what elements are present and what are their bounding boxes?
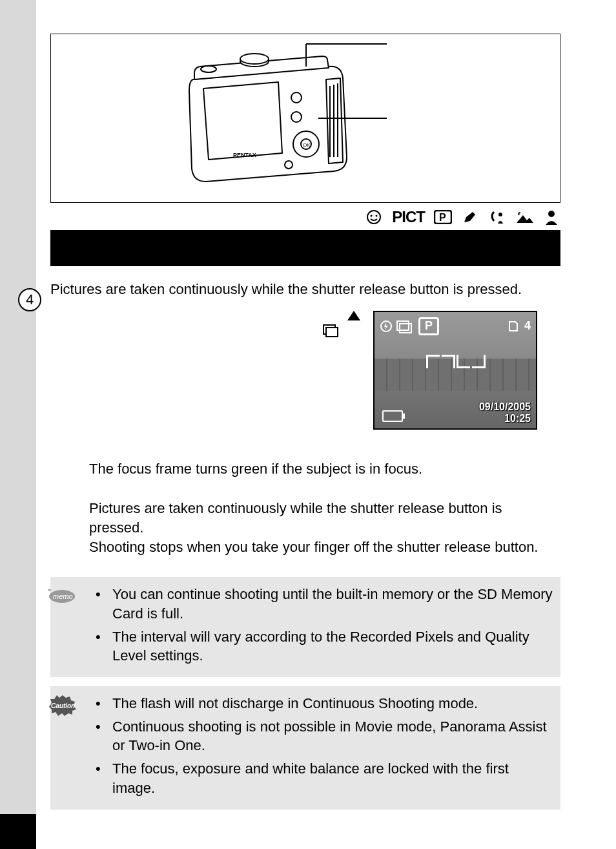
caution-label: Caution [46,694,77,717]
svg-text:P: P [439,212,446,223]
svg-text:PENTAX: PENTAX [233,152,256,158]
landscape-mode-icon [515,209,533,225]
section-title-bar [50,230,560,266]
shots-remaining: 4 [524,319,531,333]
camera-diagram-box: OK PENTAX [50,34,560,203]
caution-box: Caution The flash will not discharge in … [50,686,560,809]
card-icon [508,320,519,332]
continuous-shooting-icon [323,324,337,336]
portrait-mode-icon [542,209,560,225]
memo-item: You can continue shooting until the buil… [108,585,553,623]
lcd-date: 09/10/2005 [479,401,531,413]
lcd-mode-indicator: P [418,317,439,335]
svg-text:memo: memo [53,592,73,600]
svg-point-6 [291,92,302,103]
caution-item: The flash will not discharge in Continuo… [108,694,553,713]
lcd-time: 10:25 [504,413,531,424]
manual-page: 4 [0,0,616,849]
memo-list: You can continue shooting until the buil… [108,585,553,666]
svg-point-19 [376,215,378,217]
lcd-preview: P 4 09/10/2005 10:25 [373,311,535,427]
svg-text:OK: OK [303,142,311,148]
flash-auto-icon [380,320,393,333]
memo-label: memo [46,585,77,604]
svg-point-7 [291,112,302,122]
focus-frame [426,355,486,395]
night-portrait-mode-icon [488,209,506,225]
svg-text:Caution: Caution [51,702,75,709]
mode-icon-row: PICT P [50,208,560,226]
body-text: The focus frame turns green if the subje… [50,459,560,557]
bottom-corner-block [0,814,36,849]
pencil-mode-icon [461,209,479,225]
up-arrow-icon [347,311,360,320]
battery-icon [382,410,403,422]
step1-row: P 4 09/10/2005 10:25 [50,311,560,427]
section-number-badge: 4 [18,288,41,311]
pict-mode-label: PICT [392,208,425,226]
camera-illustration: OK PENTAX [180,41,400,196]
svg-point-2 [201,66,216,72]
content-area: OK PENTAX PICT P [50,0,560,810]
memo-item: The interval will vary according to the … [108,627,553,666]
continuous-shooting-icon-white [396,320,411,332]
program-mode-icon: P [434,209,452,225]
step3-text-b: Shooting stops when you take your finger… [89,539,538,555]
caution-item: The focus, exposure and white balance ar… [108,759,553,797]
svg-point-23 [548,211,555,217]
section-number: 4 [26,291,34,308]
step1-description [50,311,360,340]
intro-text: Pictures are taken continuously while th… [50,280,560,299]
step3-text: Pictures are taken continuously while th… [89,499,560,556]
smiley-mode-icon [365,209,383,225]
svg-point-11 [285,161,293,169]
svg-point-17 [367,211,380,224]
svg-point-1 [240,54,269,64]
step2-text: The focus frame turns green if the subje… [89,459,560,479]
caution-item: Continuous shooting is not possible in M… [108,717,553,755]
left-margin-strip [0,0,36,814]
step3-text-a: Pictures are taken continuously while th… [89,500,502,536]
lcd-top-row: P 4 [380,317,531,335]
svg-point-18 [371,215,373,217]
memo-box: memo You can continue shooting until the… [50,577,560,677]
caution-list: The flash will not discharge in Continuo… [108,694,553,797]
svg-point-22 [498,213,502,216]
lcd-screen-image: P 4 09/10/2005 10:25 [373,311,537,430]
